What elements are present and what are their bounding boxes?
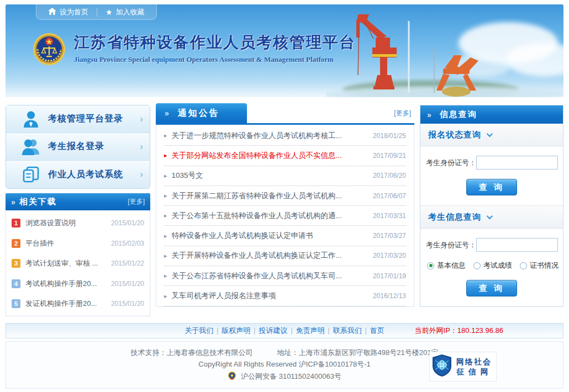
bullet-arrow-icon: ▸ [164, 212, 167, 219]
notices-more-link[interactable]: [更多] [394, 109, 414, 118]
downloads-title: 相关下载 [19, 197, 128, 207]
bullet-arrow-icon: ▸ [164, 132, 167, 139]
signup-status-title: 报名状态查询 [428, 130, 481, 140]
radio-certificate-status[interactable]: 证书情况 [520, 261, 559, 271]
police-badge-icon [228, 371, 236, 382]
candidate-info-radio-group: 基本信息 考试成绩 证书情况 [426, 261, 557, 271]
bullet-arrow-icon: ▸ [164, 172, 167, 179]
signup-status-body: 考生身份证号： 查 询 [420, 146, 563, 206]
left-column: 考核管理平台登录 › 考生报名登录 › [6, 105, 150, 316]
downloads-more-link[interactable]: [更多] [128, 197, 145, 206]
double-chevron-icon: » [11, 198, 15, 206]
tab-notices[interactable]: » 通知公告 [156, 103, 247, 123]
page-container: 设为首页 ★ 加入收藏 [6, 4, 563, 389]
credit-shield-icon: ZX [432, 354, 452, 379]
candidate-info-body: 考生身份证号： 基本信息 考试成绩 [420, 229, 563, 306]
credit-network-badge[interactable]: ZX 网络社会 征 信 网 [429, 352, 497, 382]
footer-link-disclaimer[interactable]: 免责声明 [296, 326, 325, 336]
brand-text: 江苏省特种设备作业人员考核管理平台 Jiangsu Province Speci… [74, 32, 356, 64]
notice-item[interactable]: ▸ 关于开展特种设备作业人员考试机构换证认定工作... 2017/03/20 [164, 246, 406, 266]
site-subtitle: Jiangsu Province Special equipment Opera… [74, 55, 356, 64]
radio-unselected-icon [473, 262, 481, 269]
single-user-icon [22, 110, 40, 128]
notice-item[interactable]: ▸ 关于部分网站发布全国特种设备作业人员不实信息... 2017/09/21 [164, 146, 406, 166]
download-item[interactable]: 2 平台插件 2015/02/03 [12, 234, 144, 254]
login-panel: 考核管理平台登录 › 考生报名登录 › [6, 105, 150, 189]
address-text: 地址：上海市浦东新区郭守敬路498号21号楼201室 [277, 348, 439, 358]
candidate-info-section-header[interactable]: 考生信息查询 [420, 206, 563, 229]
chevron-down-icon [487, 213, 493, 219]
footer-link-contact[interactable]: 联系我们 [333, 326, 362, 336]
topnav: 设为首页 ★ 加入收藏 [36, 4, 157, 20]
bullet-arrow-icon: ▸ [164, 232, 167, 240]
notice-item[interactable]: ▸ 特种设备作业人员考试机构换证认定申请书 2017/03/27 [164, 226, 406, 246]
rank-badge: 2 [12, 239, 20, 248]
radio-exam-score[interactable]: 考试成绩 [473, 261, 512, 271]
signup-status-section-header[interactable]: 报名状态查询 [420, 124, 563, 146]
chevron-right-icon: › [140, 114, 143, 125]
notice-item[interactable]: ▸ 关于开展第二期江苏省特种设备作业人员考试机构... 2017/06/07 [164, 186, 406, 206]
notice-item[interactable]: ▸ 1035号文 2017/06/20 [164, 166, 406, 186]
footer-link-about[interactable]: 关于我们 [185, 326, 213, 336]
bullet-arrow-icon: ▸ [164, 192, 167, 199]
login-item-label: 作业人员考试系统 [48, 169, 140, 181]
credit-badge-text: 网络社会 征 信 网 [456, 357, 492, 377]
notices-list: ▸ 关于进一步规范特种设备作业人员考试机构考核工... 2018/01/25 ▸… [156, 125, 414, 307]
set-homepage-button[interactable]: 设为首页 [40, 4, 97, 19]
signup-status-query-button[interactable]: 查 询 [466, 179, 517, 195]
notice-item[interactable]: ▸ 关于进一步规范特种设备作业人员考试机构考核工... 2018/01/25 [164, 126, 406, 146]
notice-item[interactable]: ▸ 关于公布第十五批特种设备作业人员考试机构的通... 2017/03/31 [164, 206, 406, 226]
star-icon: ★ [106, 8, 113, 17]
bullet-arrow-icon: ▸ [164, 293, 167, 300]
login-item-label: 考核管理平台登录 [48, 113, 140, 125]
rank-badge: 3 [12, 259, 20, 268]
current-ip-label: 当前外网IP：180.123.96.86 [415, 326, 503, 336]
login-item-label: 考生报名登录 [48, 141, 140, 152]
banner-crane-illustration [326, 4, 563, 97]
bullet-arrow-icon: ▸ [164, 272, 167, 279]
download-item[interactable]: 4 考试机构操作手册20... 2015/01/20 [12, 274, 144, 294]
login-item-candidate-signup[interactable]: 考生报名登录 › [6, 133, 150, 161]
notices-column: » 通知公告 [更多] ▸ 关于进一步规范特种设备作业人员考试机构考核工... … [156, 105, 414, 316]
signup-status-id-input[interactable] [476, 156, 558, 169]
chevron-right-icon: › [140, 141, 143, 152]
footer-link-copyright-statement[interactable]: 版权声明 [222, 326, 250, 336]
footer-link-complaints[interactable]: 投诉建议 [259, 326, 287, 336]
rank-badge: 4 [12, 279, 20, 288]
id-number-label: 考生身份证号： [426, 158, 476, 168]
radio-basic-info[interactable]: 基本信息 [427, 261, 466, 271]
double-chevron-icon: » [427, 110, 431, 119]
police-record-text: 沪公网安备 31011502400063号 [241, 372, 341, 382]
notices-title: 通知公告 [178, 108, 220, 119]
info-query-panel: » 信息查询 报名状态查询 考生身份证号： 查 询 考生信息查询 [420, 105, 563, 307]
site-brand: 江苏省特种设备作业人员考核管理平台 Jiangsu Province Speci… [32, 32, 356, 68]
copyright-text: CopyRight All Rights Reserved 沪ICP备10010… [198, 359, 370, 369]
login-item-exam-system[interactable]: 作业人员考试系统 › [6, 161, 150, 188]
candidate-info-query-button[interactable]: 查 询 [466, 280, 517, 296]
notice-item[interactable]: ▸ 叉车司机考评人员报名注意事项 2016/12/13 [164, 286, 406, 306]
downloads-header: » 相关下载 [更多] [6, 193, 150, 210]
radio-unselected-icon [520, 262, 527, 269]
download-item[interactable]: 1 浏览器设置说明 2015/01/20 [12, 213, 144, 234]
bullet-arrow-icon: ▸ [164, 152, 167, 159]
double-chevron-icon: » [165, 109, 169, 118]
download-item[interactable]: 3 考试计划送审、审核 ... 2015/01/22 [12, 253, 144, 274]
bullet-arrow-icon: ▸ [164, 252, 167, 259]
download-item[interactable]: 5 发证机构操作手册20... 2015/01/20 [12, 294, 144, 314]
notice-item[interactable]: ▸ 关于公布江苏省特种设备作业人员考试机构叉车司... 2017/01/19 [164, 266, 406, 286]
candidate-info-title: 考生信息查询 [428, 212, 481, 223]
add-favorite-button[interactable]: ★ 加入收藏 [97, 4, 153, 19]
chevron-down-icon [487, 131, 493, 137]
downloads-list: 1 浏览器设置说明 2015/01/20 2 平台插件 2015/02/03 3… [6, 210, 150, 316]
header-banner: 设为首页 ★ 加入收藏 [6, 4, 563, 97]
add-favorite-label: 加入收藏 [116, 7, 145, 17]
rank-badge: 1 [12, 219, 20, 227]
candidate-info-id-input[interactable] [476, 238, 558, 252]
set-homepage-label: 设为首页 [60, 7, 88, 17]
footer-links-bar: 关于我们| 版权声明| 投诉建议| 免责声明| 联系我们| 首页 当前外网IP：… [6, 323, 563, 338]
tech-support-text: 技术支持：上海君睿信息技术有限公司 [131, 348, 253, 358]
footer-link-home[interactable]: 首页 [370, 326, 384, 336]
login-item-assessment-platform[interactable]: 考核管理平台登录 › [6, 105, 150, 133]
footer-panel: 技术支持：上海君睿信息技术有限公司 地址：上海市浦东新区郭守敬路498号21号楼… [6, 341, 563, 389]
two-users-icon [22, 138, 40, 156]
